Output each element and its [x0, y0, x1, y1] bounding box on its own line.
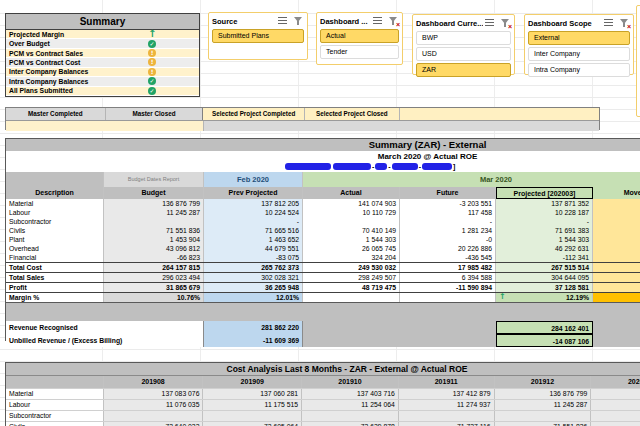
value-cell[interactable]: [303, 217, 400, 226]
cost-value-cell[interactable]: [104, 411, 204, 421]
row-label[interactable]: Material: [6, 199, 104, 208]
value-cell[interactable]: 1 463 652: [204, 235, 303, 244]
column-header-budget[interactable]: Budget: [104, 187, 204, 199]
slicer-item-submitted-plans[interactable]: Submitted Plans: [212, 29, 304, 43]
value-cell[interactable]: [593, 199, 640, 208]
column-header-prev-projected[interactable]: Prev Projected: [204, 187, 303, 199]
summary-row[interactable]: Intra Company Balances✓: [6, 77, 199, 86]
value-cell[interactable]: 71 551 836: [104, 226, 204, 235]
row-label[interactable]: Overhead: [6, 244, 104, 253]
value-cell[interactable]: [593, 253, 640, 262]
value-cell[interactable]: 296 023 494: [104, 273, 204, 282]
master-header-cell[interactable]: Master Closed: [106, 108, 204, 120]
slicer-item-external[interactable]: External: [528, 31, 630, 45]
value-cell[interactable]: 20 226 886: [400, 244, 496, 253]
value-cell[interactable]: 298 249 507: [303, 273, 400, 282]
value-cell[interactable]: [593, 293, 640, 302]
value-cell[interactable]: 71 691 383: [496, 226, 593, 235]
cost-row-label[interactable]: Material: [6, 389, 104, 399]
multiselect-icon[interactable]: [373, 16, 385, 26]
revenue-prev-cell[interactable]: -11 609 369: [204, 334, 303, 347]
cost-value-cell[interactable]: [302, 411, 399, 421]
cost-value-cell[interactable]: 72 605 064: [203, 422, 302, 426]
summary-row[interactable]: All Plans Submitted✓: [6, 87, 199, 96]
value-cell[interactable]: 249 530 032: [303, 263, 400, 272]
value-cell[interactable]: 46 292 631: [496, 244, 593, 253]
slicer-item-intra-company[interactable]: Intra Company: [528, 63, 630, 77]
slicer-item-bwp[interactable]: BWP: [416, 31, 511, 45]
row-label[interactable]: Civils: [6, 226, 104, 235]
summary-row[interactable]: Projected Margin↑: [6, 30, 199, 39]
value-cell[interactable]: -112 341: [496, 253, 593, 262]
value-cell[interactable]: [593, 226, 640, 235]
cost-value-cell[interactable]: 136 876 799: [495, 389, 592, 399]
value-cell[interactable]: [400, 293, 496, 302]
cost-header-202001[interactable]: 202001: [591, 376, 640, 388]
cost-value-cell[interactable]: [203, 411, 302, 421]
cost-value-cell[interactable]: 137 060 281: [203, 389, 302, 399]
value-cell[interactable]: 1 544 303: [496, 235, 593, 244]
cost-value-cell[interactable]: 137 083 076: [104, 389, 204, 399]
value-cell[interactable]: -83 075: [204, 253, 303, 262]
value-cell[interactable]: [593, 244, 640, 253]
column-header-actual[interactable]: Actual: [303, 187, 400, 199]
value-cell[interactable]: 17 985 482: [400, 263, 496, 272]
multiselect-icon[interactable]: [278, 16, 290, 26]
multiselect-icon[interactable]: [604, 18, 616, 28]
value-cell[interactable]: 1 544 303: [303, 235, 400, 244]
value-cell[interactable]: 141 074 903: [303, 199, 400, 208]
cost-value-cell[interactable]: 11 254 064: [302, 400, 399, 410]
row-label[interactable]: Plant: [6, 235, 104, 244]
cost-header-201909[interactable]: 201909: [203, 376, 302, 388]
slicer-item-usd[interactable]: USD: [416, 47, 511, 61]
value-cell[interactable]: 48 719 475: [303, 283, 400, 292]
slicer-item-zar[interactable]: ZAR: [416, 63, 511, 77]
value-cell[interactable]: [593, 217, 640, 226]
value-cell[interactable]: 37 128 581: [496, 283, 593, 292]
value-cell[interactable]: -: [400, 217, 496, 226]
budget-dates-note[interactable]: Budget Dates Report: [104, 172, 204, 187]
multiselect-icon[interactable]: [485, 18, 497, 28]
row-label[interactable]: Total Sales: [6, 273, 104, 282]
value-cell[interactable]: 11 245 287: [104, 208, 204, 217]
value-cell[interactable]: 1 281 234: [400, 226, 496, 235]
cost-value-cell[interactable]: 11 274 937: [399, 400, 495, 410]
cost-value-cell[interactable]: 11 076 035: [104, 400, 204, 410]
revenue-row-label[interactable]: Revenue Recognised: [6, 321, 204, 334]
feb-band[interactable]: Feb 2020: [204, 172, 303, 187]
value-cell[interactable]: -: [496, 217, 593, 226]
cost-value-cell[interactable]: 11 245 287: [495, 400, 592, 410]
value-cell[interactable]: 12.19%↑: [496, 293, 593, 302]
value-cell[interactable]: -66 823: [104, 253, 204, 262]
value-cell[interactable]: -3 203 551: [400, 199, 496, 208]
cost-value-cell[interactable]: [495, 411, 592, 421]
value-cell[interactable]: 137 812 205: [204, 199, 303, 208]
clear-filter-icon[interactable]: ×: [618, 18, 630, 28]
revenue-prev-cell[interactable]: 281 862 220: [204, 321, 303, 334]
revenue-projected-cell[interactable]: 284 162 401: [496, 321, 593, 334]
value-cell[interactable]: 26 065 745: [303, 244, 400, 253]
value-cell[interactable]: 304 644 095: [496, 273, 593, 282]
master-header-cell[interactable]: Selected Project Closed: [305, 108, 400, 120]
cost-value-cell[interactable]: 71 727 116: [399, 422, 495, 426]
summary-row[interactable]: Inter Company Balances!: [6, 68, 199, 77]
value-cell[interactable]: -436 545: [400, 253, 496, 262]
value-cell[interactable]: [593, 235, 640, 244]
value-cell[interactable]: 6 394 588: [400, 273, 496, 282]
value-cell[interactable]: [303, 293, 400, 302]
row-label[interactable]: Subcontractor: [6, 217, 104, 226]
master-header-cell[interactable]: Selected Project Completed: [203, 108, 305, 120]
selected-project-values-cell[interactable]: [204, 121, 599, 131]
slicer-item-tender[interactable]: Tender: [320, 45, 399, 59]
cost-row-label[interactable]: Labour: [6, 400, 104, 410]
row-label[interactable]: Profit: [6, 283, 104, 292]
value-cell[interactable]: 267 515 514: [496, 263, 593, 272]
value-cell[interactable]: -11 590 894: [400, 283, 496, 292]
value-cell[interactable]: 117 458: [400, 208, 496, 217]
column-header-movement[interactable]: Movement: [593, 187, 640, 199]
value-cell[interactable]: 71 665 516: [204, 226, 303, 235]
slicer-item-actual[interactable]: Actual: [320, 29, 399, 43]
cost-value-cell[interactable]: 137 412 879: [399, 389, 495, 399]
cost-value-cell[interactable]: 71 551 836: [495, 422, 592, 426]
value-cell[interactable]: 10.76%: [104, 293, 204, 302]
